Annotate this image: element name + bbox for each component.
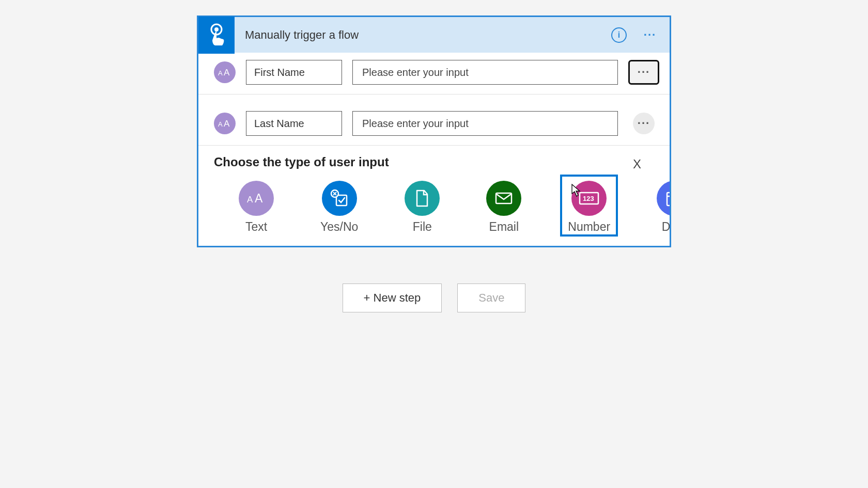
type-option-label: Email bbox=[489, 220, 519, 234]
file-icon bbox=[405, 181, 440, 216]
svg-text:A: A bbox=[218, 120, 223, 128]
svg-text:123: 123 bbox=[583, 195, 594, 202]
text-aa-icon: A A bbox=[239, 181, 274, 216]
type-option-file[interactable]: File bbox=[397, 175, 447, 237]
action-bar: + New step Save bbox=[197, 284, 671, 312]
type-option-number[interactable]: 123 Number bbox=[560, 175, 618, 237]
input-label-field[interactable] bbox=[246, 111, 342, 136]
svg-rect-13 bbox=[667, 193, 671, 206]
type-option-yesno[interactable]: Yes/No bbox=[313, 175, 366, 237]
type-option-list: A A Text bbox=[214, 171, 654, 237]
input-value-field[interactable] bbox=[352, 111, 618, 136]
type-option-label: Text bbox=[245, 220, 267, 234]
svg-text:A: A bbox=[218, 69, 223, 77]
svg-text:A: A bbox=[224, 68, 230, 77]
number-icon: 123 bbox=[571, 181, 607, 216]
type-option-label: Yes/No bbox=[320, 220, 358, 234]
input-row-first-name: A A ··· bbox=[198, 53, 670, 95]
svg-rect-8 bbox=[336, 195, 347, 206]
touch-icon bbox=[206, 23, 227, 48]
input-row-last-name: A A ··· bbox=[198, 95, 670, 146]
trigger-type-icon-box bbox=[198, 17, 235, 54]
svg-text:A: A bbox=[247, 195, 253, 204]
input-row-menu-button[interactable]: ··· bbox=[633, 113, 655, 134]
text-aa-icon: A A bbox=[218, 118, 231, 129]
text-aa-icon: A A bbox=[218, 67, 231, 77]
input-value-field[interactable] bbox=[352, 60, 618, 85]
close-icon[interactable]: X bbox=[633, 157, 641, 171]
svg-text:A: A bbox=[255, 192, 263, 205]
choose-title: Choose the type of user input bbox=[214, 155, 654, 169]
trigger-card: Manually trigger a flow i ··· A A ··· bbox=[197, 15, 671, 247]
trigger-header[interactable]: Manually trigger a flow i ··· bbox=[198, 15, 670, 53]
type-option-label: File bbox=[413, 220, 432, 234]
type-option-date[interactable]: 21 Date bbox=[649, 175, 671, 237]
save-button[interactable]: Save bbox=[457, 284, 525, 312]
yesno-icon bbox=[322, 181, 357, 216]
info-icon[interactable]: i bbox=[611, 27, 627, 43]
type-option-text[interactable]: A A Text bbox=[231, 175, 282, 237]
text-type-badge: A A bbox=[214, 61, 236, 83]
choose-input-type-section: Choose the type of user input X A A Text bbox=[198, 146, 670, 246]
email-icon bbox=[486, 181, 521, 216]
text-type-badge: A A bbox=[214, 113, 236, 134]
type-option-label: Date bbox=[662, 220, 671, 234]
trigger-title: Manually trigger a flow bbox=[235, 28, 611, 42]
input-row-menu-button[interactable]: ··· bbox=[628, 60, 659, 85]
trigger-menu-button[interactable]: ··· bbox=[640, 28, 660, 42]
type-option-email[interactable]: Email bbox=[478, 175, 529, 237]
date-icon: 21 bbox=[657, 181, 671, 216]
type-option-label: Number bbox=[568, 220, 610, 234]
new-step-button[interactable]: + New step bbox=[343, 284, 442, 312]
svg-text:A: A bbox=[224, 119, 230, 129]
input-label-field[interactable] bbox=[246, 60, 342, 85]
